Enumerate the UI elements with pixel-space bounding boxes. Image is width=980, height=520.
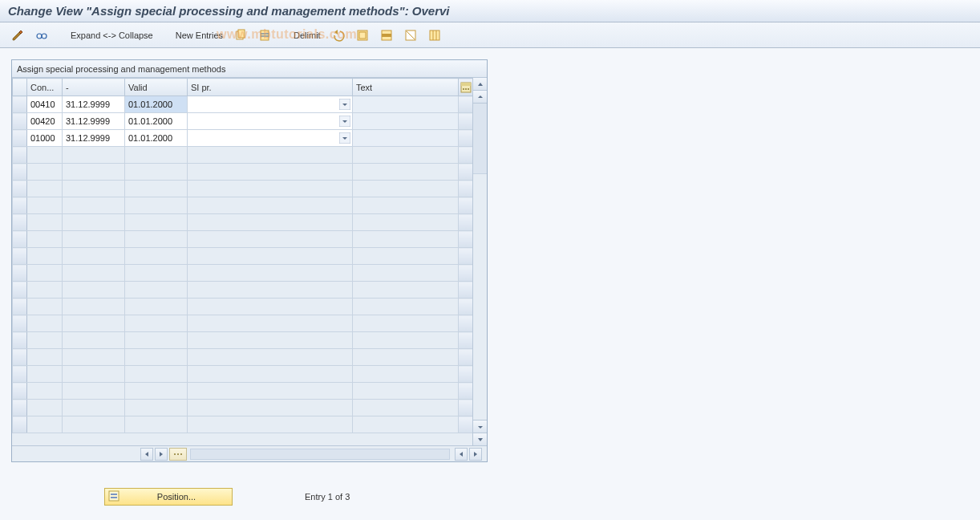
cell-text[interactable] [353, 96, 459, 113]
row-selector[interactable] [13, 383, 27, 400]
scroll-down-step-button[interactable] [473, 420, 487, 433]
cell-valid[interactable] [125, 416, 188, 433]
cell-con[interactable]: 00410 [27, 96, 63, 113]
scroll-down-button[interactable] [473, 433, 487, 445]
cell-dash[interactable] [63, 282, 125, 299]
cell-dash[interactable] [63, 315, 125, 332]
cell-si-pr[interactable] [188, 113, 353, 130]
scroll-track[interactable] [473, 104, 487, 420]
cell-valid[interactable] [125, 214, 188, 231]
select-all-button[interactable] [353, 26, 372, 44]
cell-text[interactable] [353, 214, 459, 231]
cell-con[interactable] [27, 332, 63, 349]
cell-valid[interactable] [125, 332, 188, 349]
cell-si-pr[interactable] [188, 265, 353, 282]
cell-con[interactable]: 00420 [27, 113, 63, 130]
row-selector[interactable] [13, 147, 27, 164]
row-selector[interactable] [13, 197, 27, 214]
cell-con[interactable] [27, 366, 63, 383]
cell-text[interactable] [353, 231, 459, 248]
cell-si-pr[interactable] [188, 366, 353, 383]
cell-text[interactable] [353, 113, 459, 130]
cell-con[interactable] [27, 349, 63, 366]
undo-button[interactable] [329, 26, 348, 44]
cell-si-pr[interactable] [188, 231, 353, 248]
cell-text[interactable] [353, 130, 459, 147]
hscroll-left-button[interactable] [140, 448, 153, 461]
cell-text[interactable] [353, 315, 459, 332]
row-selector[interactable] [13, 181, 27, 197]
cell-si-pr[interactable] [188, 349, 353, 366]
cell-valid[interactable] [125, 231, 188, 248]
cell-text[interactable] [353, 332, 459, 349]
cell-con[interactable]: 01000 [27, 130, 63, 147]
cell-si-pr[interactable] [188, 248, 353, 265]
row-selector[interactable] [13, 282, 27, 299]
hscroll-track[interactable] [190, 449, 450, 460]
cell-dash[interactable] [63, 265, 125, 282]
cell-valid[interactable]: 01.01.2000 [125, 113, 188, 130]
cell-con[interactable] [27, 181, 63, 197]
deselect-all-button[interactable] [401, 26, 420, 44]
cell-text[interactable] [353, 265, 459, 282]
row-selector[interactable] [13, 130, 27, 147]
cell-text[interactable] [353, 416, 459, 433]
cell-dash[interactable] [63, 197, 125, 214]
cell-si-pr[interactable] [188, 282, 353, 299]
cell-con[interactable] [27, 282, 63, 299]
row-selector[interactable] [13, 315, 27, 332]
cell-con[interactable] [27, 231, 63, 248]
cell-si-pr[interactable] [188, 214, 353, 231]
cell-dash[interactable] [63, 400, 125, 416]
cell-valid[interactable]: 01.01.2000 [125, 130, 188, 147]
column-config-button[interactable] [169, 448, 187, 461]
cell-dash[interactable] [63, 147, 125, 164]
cell-text[interactable] [353, 366, 459, 383]
expand-collapse-button[interactable]: Expand <-> Collapse [67, 26, 156, 44]
cell-dash[interactable] [63, 181, 125, 197]
cell-si-pr[interactable] [188, 299, 353, 315]
cell-con[interactable] [27, 248, 63, 265]
cell-valid[interactable] [125, 248, 188, 265]
row-selector[interactable] [13, 231, 27, 248]
col-header-text[interactable]: Text [353, 79, 459, 96]
cell-text[interactable] [353, 164, 459, 181]
cell-valid[interactable] [125, 349, 188, 366]
cell-valid[interactable] [125, 282, 188, 299]
scroll-up-step-button[interactable] [473, 91, 487, 104]
vertical-scrollbar[interactable] [472, 78, 487, 445]
delete-button[interactable] [255, 26, 274, 44]
cell-dash[interactable] [63, 366, 125, 383]
row-selector[interactable] [13, 349, 27, 366]
print-button[interactable] [425, 26, 444, 44]
col-header-con[interactable]: Con... [27, 79, 63, 96]
row-selector[interactable] [13, 164, 27, 181]
cell-con[interactable] [27, 214, 63, 231]
col-header-si-pr[interactable]: SI pr. [188, 79, 353, 96]
hscroll-left2-button[interactable] [455, 448, 468, 461]
cell-dash[interactable] [63, 214, 125, 231]
toggle-display-change-button[interactable] [8, 26, 27, 44]
cell-text[interactable] [353, 181, 459, 197]
cell-text[interactable] [353, 299, 459, 315]
cell-con[interactable] [27, 197, 63, 214]
cell-valid[interactable] [125, 366, 188, 383]
copy-button[interactable] [231, 26, 250, 44]
cell-text[interactable] [353, 147, 459, 164]
row-selector[interactable] [13, 248, 27, 265]
cell-si-pr[interactable] [188, 197, 353, 214]
cell-valid[interactable] [125, 164, 188, 181]
cell-con[interactable] [27, 416, 63, 433]
cell-si-pr[interactable] [188, 400, 353, 416]
table-settings-button[interactable] [459, 79, 473, 96]
cell-con[interactable] [27, 164, 63, 181]
row-selector[interactable] [13, 366, 27, 383]
cell-con[interactable] [27, 383, 63, 400]
delimit-button[interactable]: Delimit [290, 26, 324, 44]
cell-valid[interactable] [125, 315, 188, 332]
cell-si-pr[interactable] [188, 130, 353, 147]
other-view-button[interactable] [32, 26, 51, 44]
cell-si-pr[interactable] [188, 147, 353, 164]
cell-text[interactable] [353, 282, 459, 299]
cell-valid[interactable] [125, 147, 188, 164]
